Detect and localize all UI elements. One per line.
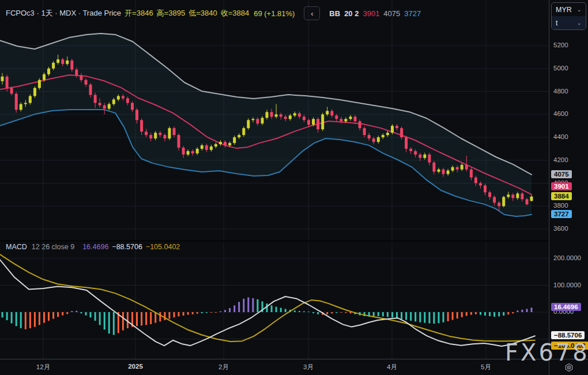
price-label-badge: 3901 (551, 182, 572, 190)
bb-indicator-legend[interactable]: BB 20 2 3901 4075 3727 (329, 9, 421, 18)
price-tick: 5000 (553, 65, 568, 72)
currency-unit-selector: MYR ⌄ t ⌄ (551, 2, 586, 30)
time-label-month: 3月 (303, 363, 314, 372)
price-label-badge: 3884 (551, 192, 572, 200)
macd-tick: 100.0000 (553, 282, 581, 288)
ohlc-high: 高=3895 (157, 8, 186, 18)
bb-params: 20 2 (344, 9, 359, 18)
macd-indicator-legend[interactable]: MACD 12 26 close 9 16.4696 −88.5706 −105… (6, 243, 180, 251)
fx678-watermark: FX678 (505, 339, 588, 366)
ohlc-open: 开=3846 (125, 8, 153, 18)
ohlc-low: 低=3840 (189, 8, 217, 18)
change-value: 69 (+1.81%) (254, 9, 295, 18)
macd-tick: 200.0000 (553, 254, 581, 261)
macd-label-badge: 16.4696 (551, 303, 581, 311)
bb-name: BB (329, 9, 340, 18)
price-tick: 3600 (553, 225, 568, 232)
unit-label: t (556, 19, 557, 27)
time-label-month: 5月 (481, 363, 491, 372)
price-tick: 5200 (553, 42, 568, 48)
time-label-month: 12月 (36, 363, 50, 372)
bb-upper-value: 4075 (383, 9, 400, 18)
price-label-badge: 3727 (551, 210, 572, 218)
price-tick: 4600 (553, 110, 568, 117)
chart-canvas[interactable] (0, 0, 549, 359)
currency-dropdown[interactable]: MYR ⌄ (552, 3, 586, 16)
time-label-year: 2025 (128, 363, 143, 370)
bb-lower-value: 3727 (404, 9, 421, 18)
price-label-badge: 4075 (551, 170, 572, 178)
price-tick: 4800 (553, 88, 568, 95)
macd-line-value: −88.5706 (112, 243, 142, 251)
bb-basis-value: 3901 (363, 9, 379, 18)
price-axis[interactable]: 520050004800460044004200400038003600200.… (549, 0, 588, 359)
macd-params: 12 26 close 9 (32, 243, 74, 251)
symbol-legend[interactable]: FCPOc3 · 1天 · MDX · Trade Price 开=3846 高… (6, 6, 421, 20)
symbol-title: FCPOc3 · 1天 · MDX · Trade Price (6, 8, 121, 18)
price-tick: 4200 (553, 156, 568, 163)
macd-label-badge: −88.5706 (551, 331, 585, 339)
currency-label: MYR (556, 6, 572, 14)
macd-histogram-value: 16.4696 (82, 243, 108, 251)
time-axis[interactable]: 12月20252月3月4月5月 (0, 359, 588, 375)
time-label-month: 4月 (387, 363, 397, 372)
unit-dropdown[interactable]: t ⌄ (552, 16, 586, 29)
chevron-down-icon: ⌄ (577, 6, 582, 13)
chevron-down-icon: ⌄ (577, 20, 582, 26)
macd-name: MACD (6, 243, 27, 251)
price-tick: 3800 (553, 202, 568, 209)
macd-signal-value: −105.0402 (146, 243, 180, 251)
price-tick: 4400 (553, 133, 568, 140)
ohlc-close: 收=3884 (221, 8, 250, 18)
collapse-legend-button[interactable]: ‹ (304, 6, 320, 20)
trading-chart-app: FCPOc3 · 1天 · MDX · Trade Price 开=3846 高… (0, 0, 588, 375)
time-label-month: 2月 (218, 363, 229, 372)
